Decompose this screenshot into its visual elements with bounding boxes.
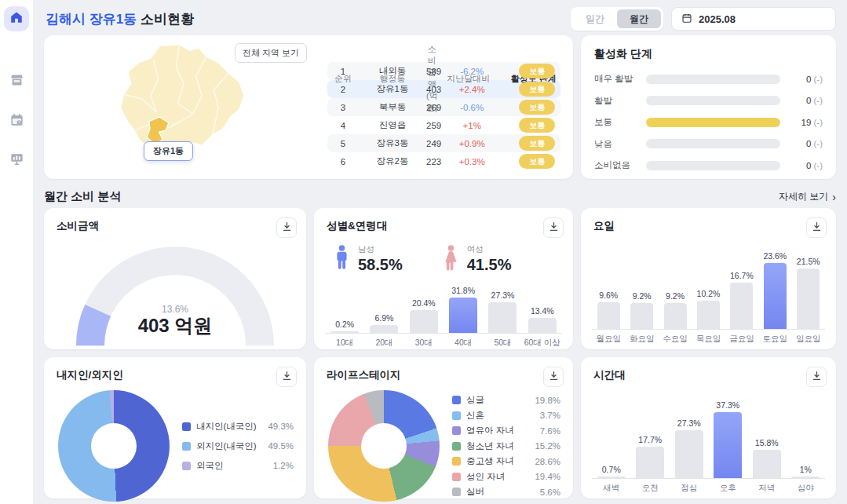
activation-bar (646, 75, 780, 84)
legend-item: 내지인(내국인)49.3% (182, 421, 294, 433)
table-row[interactable]: 3북부동269-0.6%보통 (327, 98, 560, 116)
male-value: 58.5% (358, 256, 403, 274)
female-label: 여성 (467, 244, 512, 255)
legend-swatch (452, 426, 461, 435)
amount-cell: 403 (426, 85, 441, 94)
bar (330, 331, 359, 333)
legend-swatch (182, 422, 191, 431)
bar-value: 15.8% (755, 438, 779, 447)
legend-swatch (452, 442, 461, 451)
legend-label: 성인 자녀 (466, 471, 529, 483)
gauge-value: 403 억원 (69, 313, 281, 338)
amount-cell: 589 (426, 67, 441, 76)
dashboard-icon (9, 152, 24, 170)
activation-row: 활발0 (-) (594, 95, 823, 107)
rank-cell: 4 (327, 121, 359, 130)
date-picker[interactable]: 2025.08 (671, 7, 836, 31)
section-title: 월간 소비 분석 (44, 189, 121, 204)
activation-value: 0 (-) (788, 96, 823, 105)
table-row[interactable]: 6장유2동223+0.3%보통 (327, 152, 560, 170)
bar (410, 310, 438, 333)
legend-label: 영유아 자녀 (466, 425, 535, 436)
legend-value: 5.6% (540, 488, 560, 497)
bar (528, 318, 557, 333)
status-badge: 보통 (519, 64, 555, 79)
download-icon (812, 221, 822, 234)
card-title: 소비금액 (57, 217, 99, 233)
sidebar-item-calendar[interactable] (4, 108, 29, 133)
store-icon (9, 73, 24, 91)
download-icon (282, 371, 292, 383)
activation-stage-card: 활성화 단계 매우 활발0 (-)활발0 (-)보통19 (-)낮음0 (-)소… (581, 35, 836, 179)
rank-table: 순위행정동소비금액 (억원)지난달대비활성도 단계 1내외동589-6.2%보통… (315, 35, 573, 179)
lifestage-legend: 싱글19.8%신혼3.7%영유아 자녀7.6%청소년 자녀15.2%중고생 자녀… (452, 394, 560, 498)
change-cell: -0.6% (441, 103, 502, 112)
district-cell: 장유1동 (359, 83, 426, 95)
bar (764, 263, 787, 329)
legend-item: 실버5.6% (452, 486, 560, 498)
change-cell: +2.4% (441, 85, 502, 94)
section-header: 월간 소비 분석 자세히 보기› (44, 189, 836, 204)
activation-title: 활성화 단계 (594, 47, 823, 61)
card-title: 성별&연령대 (327, 217, 387, 233)
download-button[interactable] (806, 367, 827, 387)
bar (597, 477, 626, 478)
download-button[interactable] (276, 217, 297, 238)
bar-label: 50대 (483, 334, 522, 349)
bar-value: 9.2% (666, 291, 685, 301)
download-button[interactable] (806, 217, 827, 238)
legend-item: 외국인1.2% (182, 460, 294, 472)
bar (675, 430, 703, 478)
district-cell: 진영읍 (359, 119, 426, 131)
bar-value: 0.2% (335, 320, 354, 329)
view-all-regions-button[interactable]: 전체 지역 보기 (235, 43, 307, 63)
toggle-monthly-button[interactable]: 월간 (617, 9, 661, 28)
see-more-link[interactable]: 자세히 보기› (779, 190, 836, 203)
legend-label: 내지인(내국인) (196, 421, 262, 433)
bar-value: 27.3% (677, 418, 701, 428)
legend-swatch (452, 473, 461, 481)
table-row[interactable]: 5장유3동249+0.9%보통 (327, 134, 560, 152)
legend-swatch (452, 457, 461, 466)
activation-bar (646, 139, 780, 148)
calendar-icon (9, 112, 24, 130)
city-map[interactable]: 전체 지역 보기 장유1동 (44, 35, 315, 179)
download-icon (549, 221, 559, 234)
download-button[interactable] (276, 367, 297, 387)
legend-item: 청소년 자녀15.2% (452, 440, 560, 452)
bar-label: 금요일 (725, 330, 758, 345)
visitor-card: 내지인/외지인 내지인(내국인)49.3%외지인(내국인)49.5%외국인1.2… (44, 357, 306, 499)
time-bar-chart: 0.7%17.7%27.3%37.3%15.8%1%새벽오전점심오후저녁심야 (581, 398, 836, 494)
download-button[interactable] (543, 217, 564, 238)
bar (730, 283, 753, 329)
download-icon (282, 221, 292, 234)
status-badge: 보통 (519, 100, 555, 115)
bar-value: 6.9% (375, 313, 394, 323)
bar-value: 21.5% (797, 257, 820, 266)
weekday-bar-chart: 9.6%9.2%9.2%10.2%16.7%23.6%21.5%월요일화요일수요… (581, 249, 836, 345)
activation-label: 낮음 (594, 138, 638, 150)
sidebar-item-store[interactable] (4, 69, 29, 94)
bar-label: 저녁 (747, 479, 787, 494)
calendar-icon (681, 13, 692, 26)
download-button[interactable] (543, 367, 564, 387)
table-row[interactable]: 4진영읍259+1%보통 (327, 116, 560, 134)
legend-label: 중고생 자녀 (466, 455, 529, 467)
bar-label: 30대 (404, 334, 444, 349)
lifestage-card: 라이프스테이지 싱글19.8%신혼3.7%영유아 자녀7.6%청소년 자녀15.… (314, 357, 573, 499)
change-cell: +0.9% (441, 139, 502, 148)
toggle-daily-button[interactable]: 일간 (573, 9, 617, 28)
rank-table-header: 순위행정동소비금액 (억원)지난달대비활성도 단계 (327, 43, 560, 62)
legend-swatch (182, 442, 191, 451)
bar (697, 301, 720, 329)
rank-cell: 3 (327, 103, 359, 112)
bar-value: 13.4% (531, 306, 554, 316)
sidebar-item-dashboard[interactable] (4, 148, 29, 173)
district-cell: 북부동 (359, 101, 426, 113)
female-person-icon (444, 244, 458, 274)
sidebar-item-home[interactable] (4, 6, 29, 31)
download-icon (812, 371, 822, 383)
bar (797, 268, 820, 329)
bar-label: 40대 (444, 334, 483, 349)
bar-label: 토요일 (758, 330, 791, 345)
